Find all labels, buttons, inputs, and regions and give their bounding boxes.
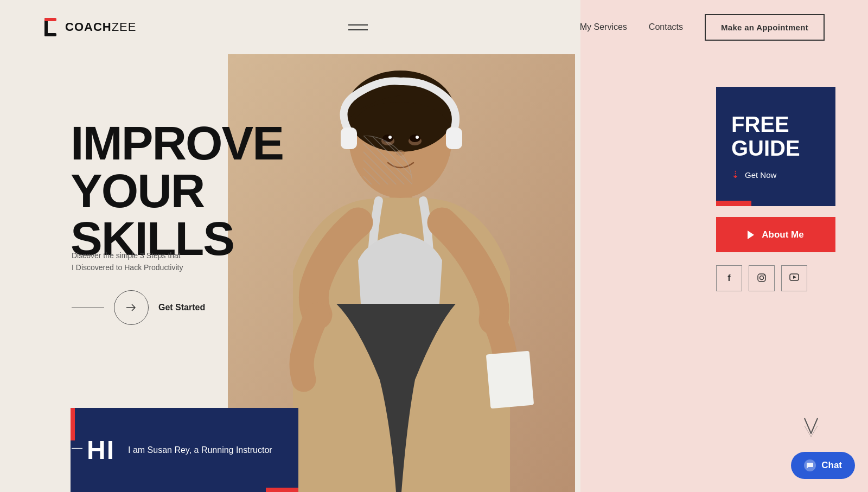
logo-icon [43, 16, 61, 39]
free-guide-btn-label: Get Now [745, 170, 776, 180]
chevron-down-icon [800, 414, 822, 441]
facebook-icon[interactable]: f [716, 265, 742, 291]
header: COACHZEE My Services Contacts Make an Ap… [0, 0, 868, 54]
instagram-icon[interactable] [749, 265, 775, 291]
hero-title: IMPROVE YOUR SKILLS [71, 119, 283, 263]
logo-text: COACHZEE [65, 20, 136, 34]
svg-line-4 [347, 136, 412, 201]
hero-subtitle: Discover the simple 3 Steps that I Disco… [72, 250, 183, 274]
svg-line-0 [315, 136, 412, 233]
svg-line-10 [396, 136, 412, 152]
svg-rect-16 [446, 127, 462, 149]
svg-rect-27 [44, 18, 56, 21]
svg-line-11 [404, 136, 412, 144]
hamburger-icon[interactable] [348, 24, 368, 30]
arrow-right-icon [125, 302, 137, 314]
get-started-cta[interactable]: Get Started [72, 290, 205, 325]
right-panel: FREE GUIDE ⇣ Get Now About Me f [716, 87, 835, 291]
hi-card-bottom-accent [266, 488, 298, 492]
decorative-stripes [315, 136, 412, 235]
svg-line-5 [355, 136, 412, 193]
hamburger-line-1 [348, 24, 368, 25]
hero-title-line1: IMPROVE [71, 119, 283, 167]
message-icon [806, 462, 814, 469]
subtitle-line1: Discover the simple 3 Steps that [72, 250, 183, 261]
svg-line-6 [363, 136, 412, 184]
free-guide-card: FREE GUIDE ⇣ Get Now [716, 87, 835, 206]
nav-contacts[interactable]: Contacts [649, 22, 683, 32]
hi-card-accent [71, 408, 75, 440]
hamburger-line-2 [348, 29, 368, 30]
svg-line-3 [339, 136, 412, 209]
free-guide-title: FREE GUIDE [731, 112, 820, 160]
hi-label: HI [87, 435, 115, 465]
svg-line-2 [331, 136, 412, 217]
hi-card-description: I am Susan Rey, a Running Instructor [128, 444, 272, 457]
cta-arrow-circle[interactable] [114, 290, 149, 325]
hero-title-line2: YOUR [71, 167, 283, 215]
main-layout: COACHZEE My Services Contacts Make an Ap… [0, 0, 868, 492]
appointment-button[interactable]: Make an Appointment [705, 14, 825, 41]
subtitle-line2: I Discovered to Hack Productivity [72, 261, 183, 273]
logo[interactable]: COACHZEE [43, 16, 136, 39]
nav-services[interactable]: My Services [580, 22, 627, 32]
about-me-label: About Me [762, 229, 803, 240]
download-icon: ⇣ [731, 169, 739, 181]
svg-rect-28 [44, 33, 56, 36]
chat-bubble-icon [804, 459, 816, 471]
youtube-icon[interactable] [781, 265, 807, 291]
svg-point-31 [760, 276, 764, 279]
free-guide-cta[interactable]: ⇣ Get Now [731, 169, 820, 181]
hamburger-menu[interactable] [348, 24, 368, 30]
chat-button[interactable]: Chat [791, 452, 855, 479]
cta-label: Get Started [158, 302, 205, 314]
svg-rect-25 [486, 351, 534, 409]
svg-line-7 [372, 136, 412, 176]
social-icons: f [716, 265, 835, 291]
cta-line [72, 308, 104, 308]
svg-point-22 [416, 136, 419, 139]
hi-card: HI I am Susan Rey, a Running Instructor [71, 408, 298, 492]
free-guide-accent [716, 201, 751, 206]
svg-marker-34 [793, 276, 796, 279]
play-icon [748, 231, 754, 239]
scroll-down-arrow[interactable] [800, 414, 822, 443]
svg-point-32 [764, 274, 765, 276]
main-nav: My Services Contacts Make an Appointment [580, 14, 825, 41]
svg-line-1 [323, 136, 412, 225]
about-me-button[interactable]: About Me [716, 217, 835, 252]
chat-label: Chat [821, 460, 842, 471]
